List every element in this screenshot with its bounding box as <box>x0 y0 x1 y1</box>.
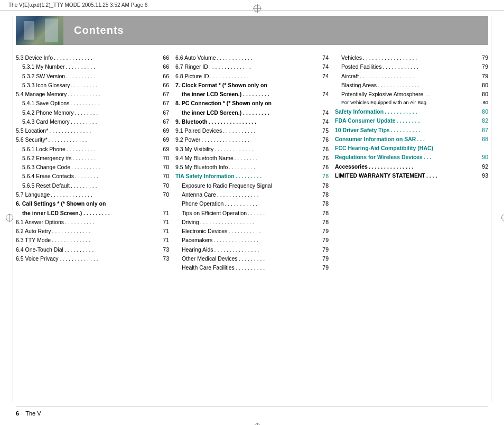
list-item: 9.2 Power . . . . . . . . . . . . . . . … <box>175 135 329 144</box>
toc-label: 8. PC Connection * (* Shown only on <box>175 99 272 107</box>
list-item: Electronic Devices . . . . . . . . . . .… <box>175 227 329 235</box>
list-item: Aircraft . . . . . . . . . . . . . . . .… <box>335 72 488 80</box>
toc-label: TIA Safety Information <box>175 172 235 180</box>
crosshair-top <box>252 3 263 14</box>
list-item: 5.3.1 My Number . . . . . . . . . .66 <box>16 62 169 71</box>
list-item: Hearing Aids . . . . . . . . . . . . . .… <box>175 245 329 254</box>
list-item: Vehicles . . . . . . . . . . . . . . . .… <box>335 53 488 62</box>
toc-label: 6.6 Auto Volume <box>175 53 216 62</box>
toc-label: Phone Operation <box>182 199 223 208</box>
list-item: 9. Bluetooth . . . . . . . . . . . . . .… <box>175 117 329 126</box>
toc-page: 66 <box>163 72 169 80</box>
list-item: Antenna Care . . . . . . . . . . . . . .… <box>175 190 329 199</box>
list-item: Consumer Information on SAR . . .88 <box>335 135 488 143</box>
toc-dots: . . . . . . . . . <box>72 154 162 162</box>
toc-page: 70 <box>163 154 169 162</box>
toc-page: .80 <box>481 99 488 107</box>
toc-dots: . . . . . . . . . . . <box>225 199 321 208</box>
toc-page: 71 <box>163 209 169 217</box>
toc-dots: . . . . . . . . . . . . . . <box>217 190 322 199</box>
toc-label: Posted Facilities <box>341 62 381 71</box>
toc-page: 66 <box>163 62 169 71</box>
toc-label: Aircraft <box>341 72 359 80</box>
list-item: Potentially Explosive Atmosphere . .80 <box>335 90 488 98</box>
toc-page: 67 <box>163 117 169 126</box>
toc-dots: . . . . . . . . . . <box>67 145 162 153</box>
list-item: the inner LCD Screen.) . . . . . . . . .… <box>175 108 329 117</box>
toc-page: 71 <box>163 218 169 226</box>
toc-page: 69 <box>163 135 169 144</box>
toc-label: 6.4 One-Touch Dial <box>16 245 63 254</box>
toc-page: 69 <box>163 126 169 135</box>
toc-dots: . . . . . . . . . . . . . . . . <box>209 117 322 126</box>
list-item: 5.6.5 Reset Default . . . . . . . . .70 <box>16 181 169 190</box>
toc-label: Hearing Aids <box>182 245 213 254</box>
toc-label: 5.4 Manage Memory <box>16 90 67 98</box>
toc-label: 5.4.1 Save Options <box>22 99 69 107</box>
toc-dots: . . . . . . . . . . <box>236 263 322 272</box>
list-item: 5.4.1 Save Options . . . . . . . . . .67 <box>16 99 169 107</box>
toc-label: 5.4.2 Phone Memory <box>22 108 73 117</box>
toc-label: 7. Clock Format * (* Shown only on <box>175 81 267 89</box>
toc-label: 9.4 My Bluetooth Name <box>175 154 234 162</box>
list-item: 5.6.2 Emergency #s . . . . . . . . .70 <box>16 154 169 162</box>
list-item: 5.4.2 Phone Memory . . . . . . . .67 <box>16 108 169 117</box>
header-image <box>16 16 63 45</box>
list-item: Driving . . . . . . . . . . . . . . . . … <box>175 218 329 226</box>
toc-page: 74 <box>322 72 329 80</box>
toc-page: 75 <box>322 126 329 135</box>
toc-page: 79 <box>482 72 488 80</box>
list-item: Phone Operation . . . . . . . . . . .78 <box>175 199 329 208</box>
toc-dots: . . . . . . . . . . <box>66 62 162 71</box>
toc-dots: . . . . . . . . . . . . . <box>54 53 162 62</box>
list-item: FCC Hearing-Aid Compatibility (HAC) <box>335 144 488 152</box>
list-item: Tips on Efficient Operation . . . . . .7… <box>175 209 329 217</box>
list-item: Posted Facilities . . . . . . . . . . . … <box>335 62 488 71</box>
list-item: 5.7 Language . . . . . . . . . . . . . .… <box>16 190 169 199</box>
list-item: Pacemakers . . . . . . . . . . . . . . .… <box>175 236 329 244</box>
list-item: 9.1 Paired Devices . . . . . . . . . . .… <box>175 126 329 135</box>
toc-page: 80 <box>482 90 488 98</box>
toc-dots: . . . . . . . . . . . . . . . . . . <box>363 53 481 62</box>
toc-page: 78 <box>322 218 329 226</box>
toc-page: 93 <box>482 171 488 180</box>
toc-label: 6.2 Auto Retry <box>16 227 51 235</box>
toc-label: Accessories <box>335 162 368 171</box>
toc-dots: . . . . . . . . . . . . . . . <box>214 245 322 254</box>
toc-page: 70 <box>163 163 169 171</box>
toc-label: 6.8 Picture ID <box>175 72 209 80</box>
toc-dots: . . . . . . . . . . <box>70 99 162 107</box>
list-item: TIA Safety Information . . . . . . . . .… <box>175 172 329 180</box>
list-item: 5.6 Security* . . . . . . . . . . . . .6… <box>16 135 169 144</box>
toc-label: 5.6.2 Emergency #s <box>22 154 71 162</box>
toc-label: FDA Consumer Update <box>335 116 396 125</box>
toc-dots: . . . . . . . . . . <box>66 72 162 80</box>
toc-label: 5.6.1 Lock Phone <box>22 145 66 153</box>
toc-dots: . . . . . . . . . . <box>65 218 162 226</box>
main-content: Contents 5.3 Device Info . . . . . . . .… <box>0 16 504 272</box>
list-item: Accessories . . . . . . . . . . . . . . … <box>335 162 488 171</box>
list-item: 9.5 My Bluetooth Info . . . . . . . . .7… <box>175 163 329 171</box>
toc-page: 71 <box>163 236 169 244</box>
toc-dots: . . . . . . . . <box>235 154 322 162</box>
toc-page: 80 <box>482 81 488 89</box>
toc-page: 79 <box>322 236 329 244</box>
list-item: 7. Clock Format * (* Shown only on <box>175 81 329 89</box>
toc-label: 5.7 Language <box>16 190 50 199</box>
toc-page: 82 <box>482 116 488 125</box>
toc-dots: . . . . . . . . . <box>229 163 321 171</box>
toc-page: 78 <box>322 181 329 190</box>
toc-page: 79 <box>322 245 329 254</box>
toc-col-3: Vehicles . . . . . . . . . . . . . . . .… <box>335 53 488 272</box>
toc-dots: . . <box>424 90 481 98</box>
toc-dots: . . . . . . . . . . <box>391 126 481 134</box>
toc-page: 79 <box>322 227 329 235</box>
list-item: 5.3.2 SW Version . . . . . . . . . .66 <box>16 72 169 80</box>
footer-title: The V <box>25 410 41 417</box>
list-item: 9.4 My Bluetooth Name . . . . . . . .76 <box>175 154 329 162</box>
toc-label: 6.1 Answer Options <box>16 218 64 226</box>
toc-label: Safety Information <box>335 107 384 116</box>
toc-label: 9. Bluetooth <box>175 117 208 126</box>
toc-page: 78 <box>322 172 329 180</box>
toc-dots: . . . . . . . . . . . . . . . . . . <box>360 72 481 80</box>
